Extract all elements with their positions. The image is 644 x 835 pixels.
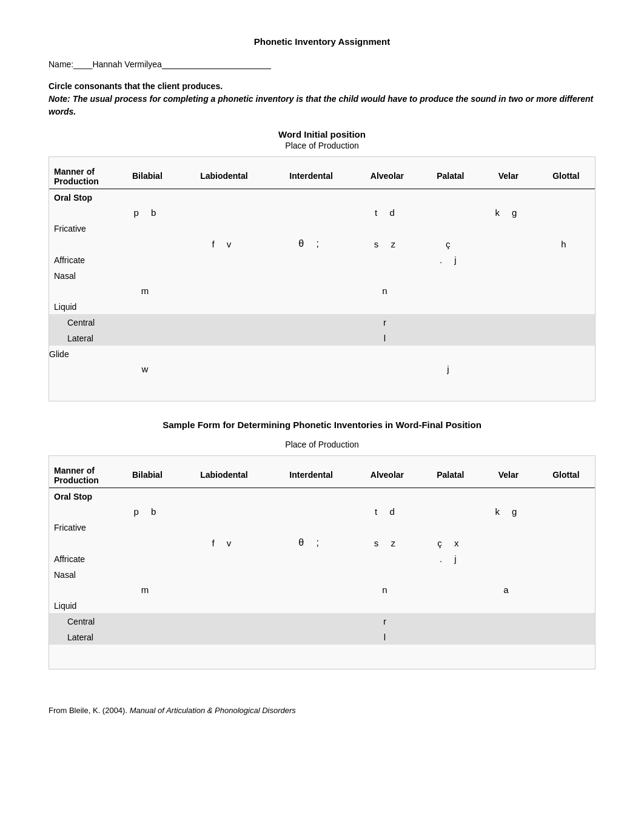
cell [353,519,421,535]
table-row: w j [49,361,595,377]
manner-label: Fricative [49,519,116,535]
cell [116,220,179,236]
table-row: Fricative [49,220,595,236]
section1-title: Word Initial position [49,129,595,139]
col-glottal-2: Glottal [537,462,595,488]
cell [116,488,179,505]
cell [480,189,537,206]
cell [269,613,353,629]
table-row: Central r [49,314,595,330]
cell-phoneme: ç x [421,535,480,551]
cell [179,267,269,283]
cell [179,582,269,597]
cell-phoneme: n [353,582,421,597]
cell [116,298,179,314]
cell-phoneme: k g [480,205,537,220]
name-label: Name:____ [49,59,92,69]
footnote-text: From Bleile, K. (2004). [49,706,130,715]
section2-table-wrapper: Manner ofProduction Bilabial Labiodental… [49,455,595,669]
cell [116,519,179,535]
manner-label [49,205,116,220]
col-bilabial-2: Bilabial [116,462,179,488]
col-glottal-1: Glottal [537,163,595,189]
manner-label-central: Central [49,314,116,330]
cell [269,504,353,519]
manner-label [49,582,116,597]
cell [480,613,537,629]
name-underline [162,59,271,69]
manner-label [49,283,116,298]
section2-subtitle: Place of Production [49,440,595,449]
cell [537,535,595,551]
cell [269,252,353,267]
cell [480,298,537,314]
cell [421,613,480,629]
table-row: Affricate . j [49,252,595,267]
cell-phoneme: m [116,582,179,597]
cell [179,330,269,346]
col-labiodental-2: Labiodental [179,462,269,488]
manner-label [49,504,116,519]
cell [480,551,537,566]
col-palatal-1: Palatal [421,163,480,189]
cell [179,283,269,298]
cell [537,488,595,505]
cell [269,597,353,613]
manner-label-lateral: Lateral [49,330,116,346]
cell-phoneme: s z [353,236,421,252]
cell [179,205,269,220]
cell [179,613,269,629]
manner-label: Nasal [49,566,116,582]
cell-phoneme: h [537,236,595,252]
col-alveolar-2: Alveolar [353,462,421,488]
cell-phoneme: r [353,314,421,330]
cell [537,252,595,267]
cell [116,535,179,551]
cell [537,504,595,519]
cell-phoneme: . j [421,551,480,566]
manner-label: Oral Stop [49,189,116,206]
table-row: m n a [49,582,595,597]
cell-phoneme: l [353,629,421,645]
cell [116,236,179,252]
cell [421,189,480,206]
manner-label: Oral Stop [49,488,116,505]
cell [269,519,353,535]
cell [269,330,353,346]
cell [179,298,269,314]
cell [480,535,537,551]
cell [353,597,421,613]
table-row: Central r [49,613,595,629]
manner-label [49,535,116,551]
manner-label: Glide [49,346,116,361]
cell [480,236,537,252]
cell-phoneme: s z [353,535,421,551]
cell [480,597,537,613]
cell [353,298,421,314]
cell [480,330,537,346]
cell-phoneme: f v [179,535,269,551]
cell [480,361,537,377]
cell [179,519,269,535]
cell [353,346,421,361]
cell-phoneme: . j [421,252,480,267]
cell-phoneme: n [353,283,421,298]
name-value: Hannah Vermilyea [92,59,161,69]
cell [116,346,179,361]
instructions-italic: Note: The usual process for completing a… [49,93,595,118]
cell [116,252,179,267]
cell [116,613,179,629]
cell-phoneme: f v [179,236,269,252]
cell [421,488,480,505]
cell [480,283,537,298]
cell [116,189,179,206]
cell [353,252,421,267]
col-interdental-1: Interdental [269,163,353,189]
section1-table-wrapper: Manner ofProduction Bilabial Labiodental… [49,156,595,401]
table-row: p b t d k g [49,205,595,220]
cell [269,283,353,298]
cell [269,551,353,566]
cell [116,551,179,566]
section2-table: Manner ofProduction Bilabial Labiodental… [49,462,595,645]
cell [179,488,269,505]
